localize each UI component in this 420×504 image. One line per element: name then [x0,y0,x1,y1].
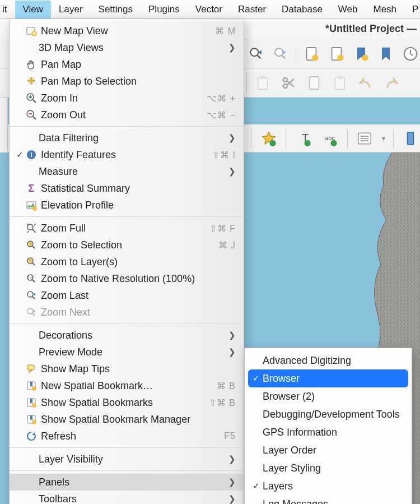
tool-align-icon[interactable] [402,128,420,149]
menubar-item-plugins[interactable]: Plugins [141,1,188,19]
shortcut-label: ⌥⌘ + [207,93,236,104]
check-icon: ✓ [15,150,24,160]
menu-separator [10,323,244,324]
menubar-item-vector[interactable]: Vector [188,1,230,19]
menu-item-data-filtering[interactable]: Data Filtering❯ [10,130,244,146]
menu-item-zoom-next[interactable]: Zoom Next [10,304,244,321]
menu-item-label: Layer Visibility [36,454,224,465]
panel-item-advanced-digitizing[interactable]: Advanced Digitizing [245,352,412,369]
menu-item-show-map-tips[interactable]: Show Map Tips [10,360,244,377]
zoom-out-icon [24,109,39,121]
tool-redo-icon[interactable] [381,73,402,93]
identify-icon [24,149,39,160]
tool-copy-icon[interactable] [304,73,324,93]
panel-item-layers[interactable]: ✓Layers [245,477,412,495]
tool-bookmark-icon[interactable] [352,44,371,64]
menu-item-pan-map-to-selection[interactable]: Pan Map to Selection [10,73,244,90]
menubar-item-it[interactable]: it [0,1,15,19]
tool-paste-2-icon[interactable] [330,73,350,93]
menu-item-label: Preview Mode [36,346,224,358]
menu-item-zoom-out[interactable]: Zoom Out⌥⌘ − [10,107,244,123]
menubar-item-layer[interactable]: Layer [51,1,91,19]
svg-point-34 [304,140,310,146]
menu-item-panels[interactable]: Panels❯ [10,474,244,491]
bookmark-manager-icon [24,414,39,425]
submenu-arrow-icon: ❯ [224,494,236,504]
tool-doc-2-icon[interactable] [326,44,346,64]
menu-item-preview-mode[interactable]: Preview Mode❯ [10,344,244,360]
submenu-arrow-icon: ❯ [224,133,236,143]
menu-item-new-spatial-bookmark-[interactable]: New Spatial Bookmark…⌘ B [10,377,244,394]
tool-undo-icon[interactable] [356,73,376,93]
menu-item-show-spatial-bookmark-manager[interactable]: Show Spatial Bookmark Manager [10,411,244,428]
panel-item-label: Log Messages [262,498,403,505]
menu-item-label: Pan Map to Selection [39,76,236,87]
menubar-item-mesh[interactable]: Mesh [366,1,405,19]
menubar-item-database[interactable]: Database [274,1,330,19]
menu-item-pan-map[interactable]: Pan Map [10,56,244,73]
svg-rect-31 [338,76,342,79]
menu-item-label: Zoom Next [39,307,236,318]
project-title: *Untitled Project — [325,23,417,35]
menu-item-zoom-to-selection[interactable]: Zoom to Selection⌘ J [10,237,244,253]
menubar-item-web[interactable]: Web [330,1,366,19]
panel-item-debugging-development-tools[interactable]: Debugging/Development Tools [245,405,412,423]
tool-abc-icon[interactable]: abc [320,128,339,149]
menu-item-zoom-to-layer-s-[interactable]: Zoom to Layer(s) [10,253,244,270]
tool-scissors-icon[interactable] [278,73,298,93]
menu-item-statistical-summary[interactable]: Statistical Summary [10,180,244,197]
menu-item-elevation-profile[interactable]: Elevation Profile [10,197,244,214]
panel-item-gps-information[interactable]: GPS Information [245,423,412,441]
tool-clock-icon[interactable] [401,44,420,64]
menu-item-identify-features[interactable]: ✓Identify Features⇧⌘ I [10,146,244,163]
tool-doc-1-icon[interactable] [302,44,321,64]
menu-item-label: 3D Map Views [36,42,224,54]
menu-item-label: Zoom Out [39,109,207,121]
menu-item-zoom-to-native-resolution-100-[interactable]: Zoom to Native Resolution (100%) [10,270,244,287]
menu-item-zoom-last[interactable]: Zoom Last [10,287,244,304]
dropdown-caret-icon[interactable]: ▾ [382,135,385,142]
shortcut-label: ⌘ J [218,240,236,251]
tool-paste-icon[interactable] [253,73,273,93]
menu-item-toolbars[interactable]: Toolbars❯ [10,491,244,504]
tool-star-icon[interactable] [259,128,278,149]
menu-item-show-spatial-bookmarks[interactable]: Show Spatial Bookmarks⇧⌘ B [10,394,244,411]
menu-item-refresh[interactable]: RefreshF5 [10,428,244,445]
shortcut-label: ⌘ M [215,26,236,36]
tool-zoom-last-icon[interactable] [246,44,265,64]
menu-item-decorations[interactable]: Decorations❯ [10,327,244,344]
panel-item-label: Browser (2) [262,391,403,403]
tool-zoom-next-icon[interactable] [271,44,290,64]
panel-item-browser-2-[interactable]: Browser (2) [245,387,412,405]
panel-item-label: Debugging/Development Tools [262,409,403,420]
tool-bookmark-2-icon[interactable] [376,44,395,64]
svg-point-27 [362,54,368,61]
menu-item-zoom-in[interactable]: Zoom In⌥⌘ + [10,90,244,107]
panel-item-log-messages[interactable]: Log Messages [245,495,412,504]
panel-item-layer-styling[interactable]: Layer Styling [245,459,412,477]
submenu-arrow-icon: ❯ [224,43,236,53]
menu-item-layer-visibility[interactable]: Layer Visibility❯ [10,451,244,468]
panel-item-browser[interactable]: ✓Browser [248,369,408,387]
menu-item-zoom-full[interactable]: Zoom Full⇧⌘ F [10,220,244,237]
panels-submenu: Advanced Digitizing✓BrowserBrowser (2)De… [244,348,412,504]
zoom-in-icon [24,93,39,104]
menu-item-new-map-view[interactable]: New Map View⌘ M [10,22,244,39]
menu-item-label: Panels [36,477,224,488]
menu-item-label: Refresh [39,431,224,442]
menubar-item-raster[interactable]: Raster [230,1,274,19]
toolbar-separator [251,129,251,148]
panel-item-label: Browser [262,373,403,385]
menu-item-3d-map-views[interactable]: 3D Map Views❯ [10,39,244,56]
menubar-item-settings[interactable]: Settings [91,1,141,19]
submenu-arrow-icon: ❯ [224,454,236,464]
menubar-item-p[interactable]: P [404,1,419,19]
tool-list-icon[interactable] [356,128,374,149]
tool-text-icon[interactable]: T [294,128,312,149]
menu-item-measure[interactable]: Measure❯ [10,163,244,180]
submenu-arrow-icon: ❯ [224,167,236,177]
zoom-selection-icon [24,239,39,251]
panel-item-layer-order[interactable]: Layer Order [245,441,412,459]
menubar-item-view[interactable]: View [15,1,52,19]
menu-item-label: New Map View [39,25,215,37]
